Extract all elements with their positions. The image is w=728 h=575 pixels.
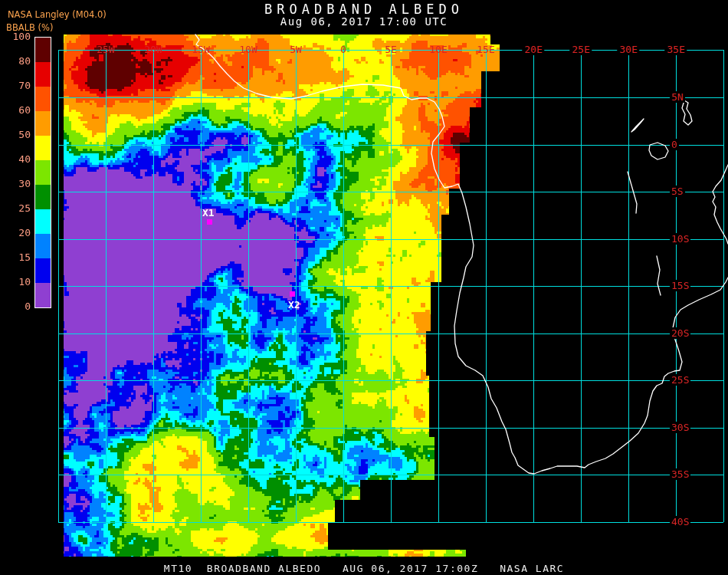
lat-label: 5S bbox=[670, 186, 685, 197]
colorbar-segment bbox=[35, 87, 51, 111]
colorbar-tick: 100 bbox=[0, 31, 31, 42]
colorbar-tick: 0 bbox=[0, 301, 31, 312]
lat-label: 35S bbox=[670, 468, 690, 480]
site-marker-label: X1 bbox=[202, 207, 215, 219]
lat-label: 20S bbox=[670, 327, 690, 339]
lon-label: 20W bbox=[144, 44, 162, 55]
lon-label: 15E bbox=[477, 44, 494, 55]
colorbar-segment bbox=[35, 38, 51, 62]
albedo-map-app: BROADBAND ALBEDO Aug 06, 2017 17:00 UTC … bbox=[0, 0, 728, 575]
albedo-data-canvas bbox=[0, 0, 728, 575]
lon-label: 20E bbox=[522, 44, 544, 55]
lon-label: 25W bbox=[97, 44, 114, 55]
timestamp-subtitle: Aug 06, 2017 17:00 UTC bbox=[0, 15, 728, 28]
colorbar-tick: 25 bbox=[0, 203, 31, 214]
lon-label: 25E bbox=[569, 44, 592, 55]
colorbar-tick: 80 bbox=[0, 56, 31, 67]
colorbar-segment bbox=[35, 62, 51, 87]
colorbar-tick: 50 bbox=[0, 130, 31, 140]
colorbar-segment bbox=[35, 234, 51, 258]
lon-label: 10E bbox=[429, 44, 447, 55]
lon-label: 5E bbox=[385, 44, 397, 55]
colorbar-segment bbox=[35, 111, 51, 136]
source-label: NASA Langley (M04.0) bbox=[8, 9, 107, 20]
colorbar-segment bbox=[35, 136, 51, 160]
site-marker-square bbox=[207, 219, 212, 225]
lat-label: 25S bbox=[670, 374, 690, 386]
lon-label: 10W bbox=[239, 44, 257, 55]
colorbar-segment bbox=[35, 160, 51, 185]
site-marker-square bbox=[290, 291, 295, 297]
colorbar-tick: 30 bbox=[0, 179, 31, 189]
lon-label: 5W bbox=[290, 44, 302, 55]
colorbar-tick: 10 bbox=[0, 277, 31, 288]
colorbar-segment bbox=[35, 185, 51, 209]
site-marker-label: X2 bbox=[288, 299, 300, 310]
lat-label: 0 bbox=[670, 139, 679, 150]
colorbar-tick: 20 bbox=[0, 228, 31, 238]
lat-label: 5N bbox=[670, 91, 685, 103]
colorbar-tick: 15 bbox=[0, 252, 31, 263]
lon-label: 0 bbox=[340, 44, 346, 55]
footer-caption: MT10 BROADBAND ALBEDO AUG 06, 2017 17:00… bbox=[0, 563, 728, 574]
colorbar-tick: 60 bbox=[0, 105, 31, 116]
lat-label: 30S bbox=[670, 422, 690, 433]
colorbar-segment bbox=[35, 209, 51, 234]
colorbar-tick: 70 bbox=[0, 80, 31, 91]
lat-label: 10S bbox=[670, 233, 690, 245]
colorbar bbox=[34, 37, 51, 308]
colorbar-segment bbox=[35, 258, 51, 283]
page-title: BROADBAND ALBEDO bbox=[0, 2, 728, 17]
colorbar-segment bbox=[35, 283, 51, 307]
lat-label: 40S bbox=[670, 516, 690, 527]
lon-label: 15W bbox=[192, 44, 209, 55]
colorbar-tick: 40 bbox=[0, 154, 31, 165]
lon-label: 30E bbox=[617, 44, 639, 55]
lon-label: 35E bbox=[664, 44, 687, 55]
lat-label: 15S bbox=[670, 280, 690, 291]
